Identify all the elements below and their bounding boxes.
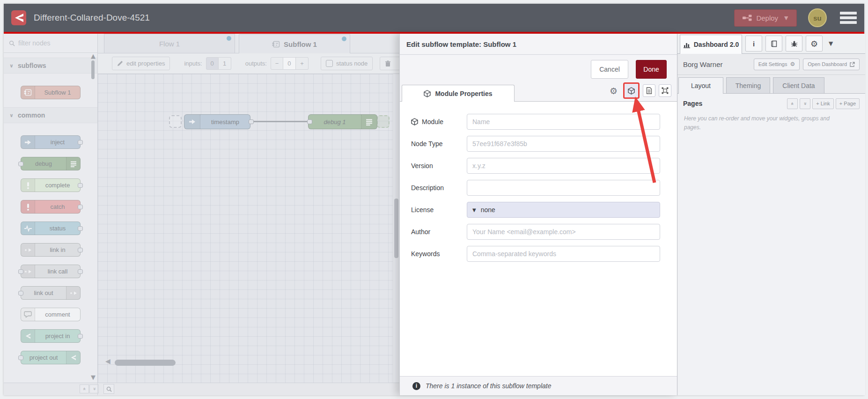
field-row-author: Author <box>411 224 677 240</box>
field-input-keywords[interactable] <box>467 246 660 262</box>
tab-subflow-1[interactable]: Subflow 1 <box>239 34 350 53</box>
inputs-1-button[interactable]: 1 <box>219 57 231 70</box>
output-port[interactable] <box>78 140 83 145</box>
canvas-vscrollbar-thumb[interactable] <box>394 199 398 258</box>
dialog-tabbar: Module Properties ⚙ <box>400 84 677 101</box>
subflow-output-ghost[interactable] <box>377 115 390 128</box>
debug-tab-button[interactable] <box>786 36 802 52</box>
palette-scroll-up-icon[interactable]: ▲ <box>91 52 96 59</box>
input-port[interactable] <box>18 162 23 166</box>
gear-icon: ⚙ <box>810 39 818 49</box>
node-timestamp[interactable]: timestamp <box>184 114 250 129</box>
field-label-license: License <box>411 206 467 214</box>
help-tab-button[interactable] <box>765 36 782 52</box>
palette-node-label: catch <box>35 200 80 213</box>
open-dashboard-button[interactable]: Open Dashboard <box>803 59 860 70</box>
output-port[interactable] <box>78 183 83 188</box>
field-input-version[interactable] <box>467 158 660 174</box>
debug-input-port[interactable] <box>307 119 312 124</box>
tab-flow-1[interactable]: Flow 1 <box>104 34 235 53</box>
field-input-module[interactable] <box>467 114 660 130</box>
input-port[interactable] <box>18 291 23 296</box>
tab-dashboard[interactable]: Dashboard 2.0 <box>680 35 742 54</box>
palette-section-common[interactable]: ∨common <box>4 107 97 123</box>
palette-search[interactable]: filter nodes <box>4 34 97 53</box>
zoom-search-button[interactable] <box>103 384 114 394</box>
description-tab-button[interactable] <box>643 84 655 97</box>
bug-icon <box>791 40 798 47</box>
output-port[interactable] <box>78 334 83 339</box>
canvas-scroll-left-icon[interactable]: ◀ <box>105 357 110 365</box>
move-up-button[interactable]: « <box>787 98 798 109</box>
collapse-all-button[interactable]: « <box>80 384 89 393</box>
node-debug-1[interactable]: debug 1 <box>308 114 377 129</box>
palette-node-subflow-1[interactable]: Subflow 1 <box>21 86 81 99</box>
palette-node-catch[interactable]: catch <box>21 200 81 214</box>
palette-node-project-in[interactable]: project in <box>21 329 81 343</box>
tab-theming[interactable]: Theming <box>726 77 770 93</box>
inputs-0-button[interactable]: 0 <box>206 57 219 70</box>
tab-layout[interactable]: Layout <box>678 77 723 94</box>
pulse-icon <box>24 225 32 232</box>
flow-canvas[interactable]: timestamp debug 1 ◀ <box>98 74 399 383</box>
module-properties-tab-button[interactable] <box>625 84 638 97</box>
edit-settings-button[interactable]: Edit Settings ⚙ <box>754 59 800 70</box>
input-port[interactable] <box>18 355 23 360</box>
field-input-node-type[interactable] <box>467 136 660 152</box>
output-port[interactable] <box>78 205 83 209</box>
info-tab-button[interactable]: i <box>745 36 762 52</box>
dialog-title: Edit subflow template: Subflow 1 <box>400 34 677 55</box>
main-menu-icon[interactable] <box>840 12 857 24</box>
trash-icon <box>385 60 391 67</box>
input-port[interactable] <box>18 269 23 274</box>
palette-node-status[interactable]: status <box>21 222 81 235</box>
palette-node-link-out[interactable]: link out <box>21 286 81 300</box>
palette-node-label: Subflow 1 <box>35 86 80 99</box>
delete-subflow-button[interactable] <box>380 57 399 70</box>
canvas-hscrollbar-thumb[interactable] <box>115 360 176 366</box>
sidebar-menu-caret-icon[interactable]: ▼ <box>829 40 833 47</box>
deploy-button[interactable]: Deploy ▼ <box>734 9 797 27</box>
palette-scrollbar-thumb[interactable] <box>91 60 95 79</box>
field-input-author[interactable] <box>467 224 660 240</box>
outputs-plus-button[interactable]: + <box>296 57 309 70</box>
link-icon <box>70 290 77 296</box>
palette-scroll-down-icon[interactable]: ▼ <box>91 374 96 381</box>
outputs-minus-button[interactable]: − <box>271 57 283 70</box>
debug-toggle-button[interactable] <box>361 115 377 129</box>
palette-node-inject[interactable]: inject <box>21 135 81 149</box>
palette-node-complete[interactable]: complete <box>21 178 81 192</box>
add-page-button[interactable]: + Page <box>836 98 860 109</box>
done-button[interactable]: Done <box>636 60 667 79</box>
palette-node-comment[interactable]: comment <box>21 308 81 321</box>
move-down-button[interactable]: « <box>800 98 810 109</box>
status-node-toggle[interactable]: status node <box>321 57 373 70</box>
status-node-checkbox[interactable] <box>326 60 333 67</box>
output-port[interactable] <box>78 269 83 274</box>
palette-node-link-in[interactable]: link in <box>21 243 81 257</box>
subflow-input-ghost[interactable] <box>169 115 182 128</box>
timestamp-output-port[interactable] <box>249 119 254 124</box>
palette-node-project-out[interactable]: project out <box>21 351 81 364</box>
output-port[interactable] <box>78 226 83 231</box>
field-row-description: Description <box>411 180 677 196</box>
deploy-caret-icon[interactable]: ▼ <box>784 15 788 21</box>
config-tab-button[interactable]: ⚙ <box>806 36 823 52</box>
tab-client-data[interactable]: Client Data <box>773 77 824 93</box>
appearance-tab-button[interactable] <box>659 84 671 97</box>
wire[interactable] <box>252 121 311 122</box>
tab-module-properties[interactable]: Module Properties <box>402 85 515 102</box>
cancel-button[interactable]: Cancel <box>591 60 628 79</box>
edit-properties-button[interactable]: edit properties <box>112 57 170 70</box>
add-link-button[interactable]: + Link <box>812 98 834 109</box>
outputs-label: outputs: <box>245 60 267 67</box>
field-select-license[interactable]: ▼none <box>467 202 660 218</box>
debug-list-icon <box>70 161 77 167</box>
palette-node-debug[interactable]: debug <box>21 157 81 170</box>
palette-section-subflows[interactable]: ∨subflows <box>4 58 97 74</box>
palette-node-link-call[interactable]: link call <box>21 265 81 278</box>
user-avatar[interactable]: su <box>808 8 827 27</box>
output-port[interactable] <box>78 248 83 252</box>
properties-tab-button[interactable]: ⚙ <box>607 84 620 97</box>
field-input-description[interactable] <box>467 180 660 196</box>
